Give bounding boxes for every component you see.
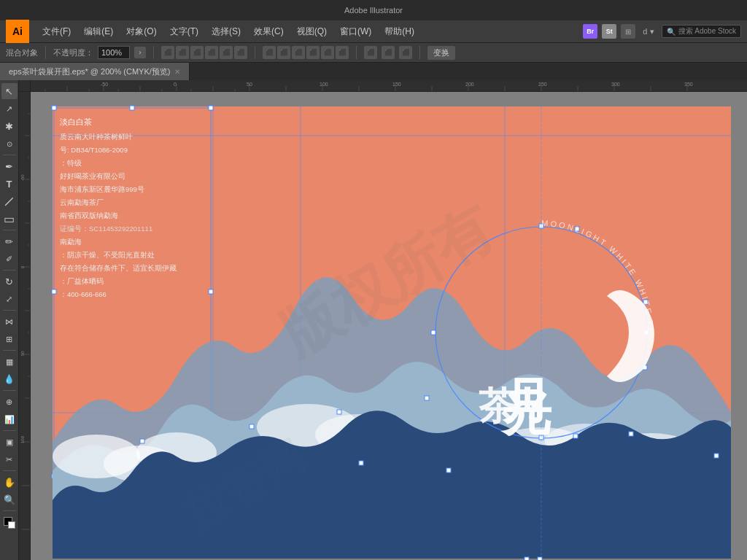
menu-bar: Ai 文件(F) 编辑(E) 对象(O) 文字(T) 选择(S) 效果(C) 视…	[0, 20, 747, 42]
transform-button[interactable]: 变换	[427, 46, 455, 60]
selection-tool[interactable]: ↖	[1, 83, 18, 99]
distribute-center-h-icon[interactable]: ⬛	[277, 46, 290, 59]
menu-type[interactable]: 文字(T)	[164, 24, 204, 39]
spacing-icon-1[interactable]: ⬛	[364, 46, 377, 59]
menu-view[interactable]: 视图(Q)	[291, 24, 333, 39]
tool-sep-2	[3, 230, 16, 230]
tool-sep-6	[3, 390, 16, 391]
svg-text:号: DB34/T1086-2009: 号: DB34/T1086-2009	[60, 146, 128, 154]
svg-text:南省西双版纳勐海: 南省西双版纳勐海	[60, 211, 118, 219]
menu-select[interactable]: 选择(S)	[206, 24, 247, 39]
design-svg: 月光 茶 MOONLIGHT WHITE WHITE TE 淡白白茶 质云南大叶…	[31, 92, 747, 560]
svg-text:-50: -50	[20, 174, 25, 181]
symbol-spray-tool[interactable]: ⊕	[1, 394, 18, 410]
menu-effect[interactable]: 效果(C)	[248, 24, 290, 39]
drawing-canvas[interactable]: 月光 茶 MOONLIGHT WHITE WHITE TE 淡白白茶 质云南大叶…	[31, 92, 747, 560]
distribute-right-icon[interactable]: ⬛	[292, 46, 305, 59]
menu-edit[interactable]: 编辑(E)	[78, 24, 119, 39]
menu-window[interactable]: 窗口(W)	[334, 24, 377, 39]
direct-selection-tool[interactable]: ↗	[1, 101, 18, 117]
menu-file[interactable]: 文件(F)	[36, 24, 77, 39]
tool-sep-1	[3, 155, 16, 155]
blend-tool[interactable]: ⋈	[1, 314, 18, 330]
type-tool[interactable]: T	[1, 176, 18, 192]
eyedropper-tool[interactable]: 💧	[1, 371, 18, 387]
svg-rect-66	[209, 106, 213, 110]
title-bar: Adobe Illustrator	[0, 0, 747, 20]
align-right-icon[interactable]: ⬛	[190, 46, 204, 59]
rectangle-tool[interactable]: ▭	[1, 211, 18, 227]
layout-icon[interactable]: ⊞	[621, 24, 635, 39]
bar-graph-tool[interactable]: 📊	[1, 411, 18, 427]
svg-rect-0	[31, 80, 747, 92]
svg-rect-107	[525, 557, 529, 560]
distribute-left-icon[interactable]: ⬛	[263, 46, 276, 59]
align-left-icon[interactable]: ⬛	[161, 46, 174, 59]
align-center-v-icon[interactable]: ⬛	[220, 46, 233, 59]
ai-logo: Ai	[6, 20, 29, 43]
svg-text:南勐海: 南勐海	[60, 238, 82, 246]
pencil-tool[interactable]: ✐	[1, 251, 18, 267]
svg-text:50: 50	[20, 351, 25, 356]
opacity-label: 不透明度：	[53, 47, 93, 58]
svg-text:：400-666-666: ：400-666-666	[60, 290, 107, 298]
control-bar: 混合对象 不透明度： › ⬛ ⬛ ⬛ ⬛ ⬛ ⬛ ⬛ ⬛ ⬛ ⬛ ⬛ ⬛ ⬛ ⬛…	[0, 42, 747, 63]
distribute-bottom-icon[interactable]: ⬛	[336, 46, 349, 59]
menu-help[interactable]: 帮助(H)	[379, 24, 420, 39]
fill-stroke-swatches[interactable]	[2, 516, 17, 530]
opacity-expand[interactable]: ›	[134, 47, 146, 58]
opacity-input[interactable]	[98, 46, 130, 59]
spacing-icon-3[interactable]: ⬛	[399, 46, 412, 59]
svg-text:0: 0	[174, 82, 177, 87]
line-tool[interactable]: |	[0, 190, 19, 212]
ruler-left-svg: -50 0 50 100	[19, 92, 31, 560]
magic-wand-tool[interactable]: ✱	[1, 118, 18, 134]
zoom-tool[interactable]: 🔍	[1, 491, 18, 508]
scale-tool[interactable]: ⤢	[1, 291, 18, 307]
tool-sep-8	[3, 470, 16, 471]
slice-tool[interactable]: ✂	[1, 451, 18, 467]
svg-rect-81	[431, 330, 436, 335]
svg-text:海市浦东新区麓华路999号: 海市浦东新区麓华路999号	[60, 185, 144, 193]
align-center-h-icon[interactable]: ⬛	[176, 46, 189, 59]
search-placeholder: 搜索 Adobe Stock	[678, 26, 736, 36]
paintbrush-tool[interactable]: ✏	[1, 233, 18, 249]
mesh-tool[interactable]: ⊞	[1, 331, 18, 347]
svg-rect-68	[209, 289, 213, 294]
svg-rect-67	[52, 289, 56, 294]
align-top-icon[interactable]: ⬛	[205, 46, 218, 59]
gradient-tool[interactable]: ▦	[1, 354, 18, 370]
svg-text:存在符合储存条件下、适宜长期伊藏: 存在符合储存条件下、适宜长期伊藏	[60, 264, 177, 272]
distribute-center-v-icon[interactable]: ⬛	[321, 46, 334, 59]
align-bottom-icon[interactable]: ⬛	[234, 46, 247, 59]
svg-rect-108	[538, 557, 542, 560]
tab-close-button[interactable]: ✕	[174, 68, 180, 76]
tool-sep-4	[3, 310, 16, 311]
svg-text:300: 300	[611, 82, 620, 87]
ruler-top: -50 0 50 100 150 200 250 300 350	[31, 80, 747, 92]
distribute-top-icon[interactable]: ⬛	[306, 46, 320, 59]
tool-sep-7	[3, 430, 16, 431]
align-icons: ⬛ ⬛ ⬛ ⬛ ⬛ ⬛	[161, 46, 247, 59]
svg-rect-65	[130, 106, 134, 110]
rotate-tool[interactable]: ↻	[1, 273, 18, 289]
ruler-corner	[19, 80, 31, 92]
hand-tool[interactable]: ✋	[1, 474, 18, 490]
menu-object[interactable]: 对象(O)	[120, 24, 162, 39]
canvas-area[interactable]: -50 0 50 100 150 200 250 300 350	[19, 80, 747, 560]
document-tab[interactable]: eps茶叶袋展开图.eps* @ 200% (CMYK/预览) ✕	[0, 63, 190, 80]
left-toolbar: ↖ ↗ ✱ ⊙ ✒ T | ▭ ✏ ✐ ↻ ⤢ ⋈ ⊞ ▦ 💧 ⊕ 📊 ▣ ✂ …	[0, 80, 19, 560]
separator-5	[419, 46, 420, 59]
stock-icon[interactable]: St	[602, 24, 616, 39]
bridge-icon[interactable]: Br	[583, 24, 597, 39]
artboard-tool[interactable]: ▣	[1, 434, 18, 450]
lasso-tool[interactable]: ⊙	[1, 136, 18, 152]
tab-bar: eps茶叶袋展开图.eps* @ 200% (CMYK/预览) ✕	[0, 63, 747, 80]
svg-text:100: 100	[320, 82, 328, 87]
search-bar[interactable]: 🔍 搜索 Adobe Stock	[662, 25, 741, 38]
ruler-top-svg: -50 0 50 100 150 200 250 300 350	[31, 80, 747, 92]
pen-tool[interactable]: ✒	[1, 158, 18, 174]
svg-text:云南勐海茶厂: 云南勐海茶厂	[60, 198, 104, 206]
svg-rect-111	[140, 439, 144, 443]
spacing-icon-2[interactable]: ⬛	[382, 46, 395, 59]
